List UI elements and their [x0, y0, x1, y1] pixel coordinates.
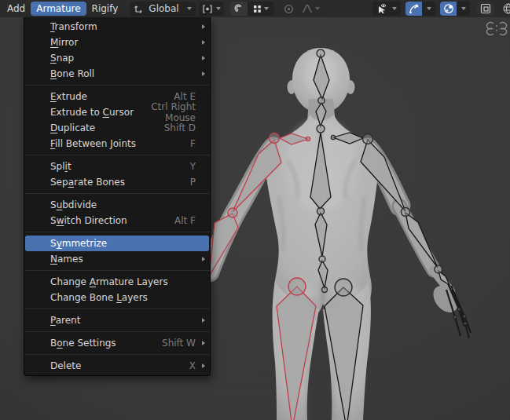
menu-separator [24, 328, 210, 335]
proportional-editing-icon [284, 4, 294, 14]
submenu-arrow-icon [197, 40, 205, 45]
proportional-editing-toggle[interactable] [281, 2, 298, 16]
proportional-edit-controls [281, 2, 325, 16]
menu-item-names[interactable]: Names [25, 251, 209, 267]
snap-target-dropdown[interactable] [248, 2, 274, 16]
gizmo-dropdown[interactable] [422, 2, 435, 16]
menu-item-label: Duplicate [50, 122, 95, 133]
submenu-arrow-icon [197, 71, 205, 76]
menu-item-parent[interactable]: Parent [25, 312, 209, 328]
joint [318, 97, 325, 104]
menu-item-label: Symmetrize [50, 238, 107, 249]
menu-item-label: Split [50, 161, 72, 172]
menu-item-bone-settings[interactable]: Bone SettingsShift W [25, 335, 209, 351]
object-visibility-dropdown[interactable] [372, 2, 401, 16]
header-menu-add[interactable]: Add [2, 2, 31, 16]
joint [317, 49, 325, 57]
menu-item-shortcut: X [81, 360, 197, 371]
chevron-down-icon [315, 7, 320, 10]
menu-separator [24, 152, 210, 159]
snap-target-grid-icon [253, 5, 262, 13]
submenu-arrow-icon [197, 363, 205, 368]
transform-orientation-dropdown[interactable]: Global [130, 2, 195, 16]
menu-item-label: Bone Settings [50, 338, 116, 349]
snap-controls [230, 2, 274, 16]
show-gizmo-toggle[interactable] [405, 2, 422, 16]
menu-item-extrude-to-cursor[interactable]: Extrude to CursorCtrl Right Mouse [25, 104, 209, 120]
menu-item-switch-direction[interactable]: Switch DirectionAlt F [25, 213, 209, 228]
overlays-icon [443, 3, 454, 14]
menu-item-label: Switch Direction [50, 215, 127, 226]
snap-toggle-button[interactable] [230, 2, 248, 16]
hip-joint-right [335, 279, 352, 296]
chevron-down-icon [216, 7, 221, 10]
elbow-joint-right [402, 208, 410, 217]
shoulder-joint-right [363, 134, 373, 144]
menu-item-label: Parent [50, 315, 80, 326]
joint [306, 137, 310, 141]
menu-item-bone-roll[interactable]: Bone Roll [25, 66, 209, 82]
wrist-joint-right [435, 265, 442, 273]
menu-item-shortcut: F [136, 138, 197, 149]
menu-item-subdivide[interactable]: Subdivide [25, 197, 209, 213]
joint [331, 135, 335, 139]
chevron-down-icon [461, 7, 466, 10]
menu-item-label: Names [50, 254, 83, 265]
menu-item-symmetrize[interactable]: Symmetrize [25, 236, 209, 251]
submenu-arrow-icon [197, 56, 205, 60]
submenu-arrow-icon [197, 341, 205, 345]
shading-wireframe-icon [502, 2, 510, 15]
menu-item-delete[interactable]: DeleteX [25, 358, 209, 374]
menu-separator [24, 82, 210, 89]
menu-item-transform[interactable]: Transform [25, 19, 209, 35]
hip-joint-left [288, 278, 306, 295]
menu-item-mirror[interactable]: Mirror [25, 35, 209, 50]
menu-item-label: Transform [50, 21, 97, 32]
menu-item-change-armature-layers[interactable]: Change Armature Layers [25, 274, 209, 290]
falloff-dropdown[interactable] [298, 2, 325, 16]
xray-icon [480, 3, 491, 14]
gizmo-controls [405, 2, 435, 16]
joint [319, 256, 325, 262]
gizmo-icon [409, 3, 420, 14]
menu-item-separate-bones[interactable]: Separate BonesP [25, 174, 209, 190]
menu-separator [24, 351, 210, 358]
menu-item-shortcut: Shift W [116, 338, 197, 349]
shading-wireframe-button[interactable] [500, 2, 510, 16]
menu-item-fill-between-joints[interactable]: Fill Between JointsF [25, 136, 209, 152]
menu-separator [24, 305, 210, 312]
joint [322, 287, 328, 293]
submenu-arrow-icon [197, 257, 205, 261]
menu-item-shortcut: Alt F [127, 215, 197, 226]
elbow-joint-left [228, 208, 237, 217]
menu-item-duplicate[interactable]: DuplicateShift D [25, 120, 209, 136]
show-overlays-toggle[interactable] [440, 2, 457, 16]
xray-toggle[interactable] [477, 2, 494, 16]
menu-item-shortcut: Y [72, 161, 197, 172]
menu-item-label: Extrude [50, 91, 87, 102]
menu-item-label: Extrude to Cursor [50, 107, 134, 118]
menu-item-label: Snap [50, 53, 74, 64]
menu-item-change-bone-layers[interactable]: Change Bone Layers [25, 290, 209, 305]
menu-item-shortcut: P [125, 177, 197, 188]
header-menu-rigify[interactable]: Rigify [86, 2, 124, 16]
shoulder-joint-left [270, 133, 280, 144]
menu-item-snap[interactable]: Snap [25, 50, 209, 66]
overlays-dropdown[interactable] [457, 2, 470, 16]
overlays-controls [440, 2, 470, 16]
menu-item-label: Fill Between Joints [50, 138, 136, 149]
header-menu-armature[interactable]: Armature [31, 2, 86, 16]
joint [317, 125, 325, 133]
viewport-header: AddArmatureRigify Global [0, 0, 510, 17]
falloff-curve-icon [302, 4, 313, 13]
pivot-point-icon [202, 4, 213, 14]
menu-item-label: Delete [50, 360, 81, 371]
chevron-down-icon [264, 7, 269, 10]
menu-item-split[interactable]: SplitY [25, 159, 209, 174]
chevron-down-icon [427, 7, 431, 10]
blender-window: AddArmatureRigify Global [0, 0, 510, 420]
chevron-down-icon [187, 7, 192, 10]
chevron-down-icon [392, 7, 397, 10]
pivot-point-dropdown[interactable] [199, 2, 224, 16]
menu-item-label: Subdivide [50, 199, 97, 210]
